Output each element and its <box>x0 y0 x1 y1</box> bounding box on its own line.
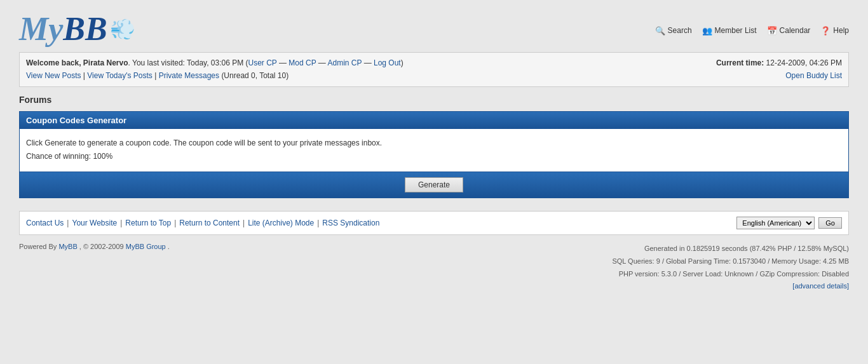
coupon-line2: Chance of winning: 100% <box>26 150 842 164</box>
help-link[interactable]: ❓ Help <box>820 25 849 36</box>
search-icon: 🔍 <box>655 25 665 36</box>
calendar-icon: 📅 <box>767 25 777 36</box>
open-buddy-list-link[interactable]: Open Buddy List <box>785 71 842 80</box>
logo-icon: 💨 <box>110 17 135 41</box>
lite-mode-link[interactable]: Lite (Archive) Mode <box>248 219 314 227</box>
coupon-line1: Click Generate to generate a coupon code… <box>26 137 842 151</box>
server-info: Generated in 0.1825919 seconds (87.42% P… <box>612 243 849 293</box>
logo-bb-text: BB <box>63 13 107 46</box>
search-link[interactable]: 🔍 Search <box>655 25 692 36</box>
sep2: — <box>316 58 327 67</box>
sep-pipe4: | <box>120 219 122 227</box>
sep-pipe3: | <box>67 219 69 227</box>
current-time-value: 12-24-2009, 04:26 PM <box>766 58 842 67</box>
memberlist-icon: 👥 <box>702 25 712 36</box>
copy-text: , © 2002-2009 <box>79 243 124 250</box>
sep-pipe7: | <box>317 219 319 227</box>
advanced-details-link[interactable]: [advanced details] <box>792 282 849 290</box>
logo: MyBB💨 <box>19 13 135 46</box>
view-new-posts-link[interactable]: View New Posts <box>26 71 81 80</box>
sep-pipe6: | <box>243 219 245 227</box>
return-to-top-link[interactable]: Return to Top <box>125 219 171 227</box>
sep-pipe5: | <box>174 219 176 227</box>
powered-by-text: Powered By <box>19 243 57 250</box>
return-to-content-link[interactable]: Return to Content <box>179 219 240 227</box>
view-todays-posts-link[interactable]: View Today's Posts <box>87 71 153 80</box>
rss-link[interactable]: RSS Syndication <box>322 219 379 227</box>
pm-info: (Unread 0, Total 10) <box>221 71 288 80</box>
memberlist-link[interactable]: 👥 Member List <box>702 25 757 36</box>
sep1: — <box>277 58 289 67</box>
search-label: Search <box>668 26 692 35</box>
coupon-box: Coupon Codes Generator Click Generate to… <box>19 111 849 198</box>
go-button[interactable]: Go <box>818 217 842 229</box>
mybb-link[interactable]: MyBB <box>58 243 77 250</box>
footer-nav: Contact Us | Your Website | Return to To… <box>26 219 379 227</box>
help-icon: ❓ <box>820 25 831 36</box>
text-end: ) <box>401 58 403 67</box>
footer-links: Contact Us | Your Website | Return to To… <box>19 211 849 235</box>
sep3: — <box>362 58 374 67</box>
welcome-text-after: . You last visited: Today, 03:06 PM ( <box>128 58 248 67</box>
memberlist-label: Member List <box>715 26 757 35</box>
contact-us-link[interactable]: Contact Us <box>26 219 64 227</box>
server-line2: SQL Queries: 9 / Global Parsing Time: 0.… <box>612 255 849 268</box>
help-label: Help <box>833 26 849 35</box>
bottom-info: Powered By MyBB , © 2002-2009 MyBB Group… <box>19 243 849 293</box>
generate-button[interactable]: Generate <box>405 177 463 192</box>
your-website-link[interactable]: Your Website <box>72 219 117 227</box>
logout-link[interactable]: Log Out <box>374 58 401 67</box>
calendar-link[interactable]: 📅 Calendar <box>767 25 811 36</box>
header: MyBB💨 🔍 Search 👥 Member List 📅 Calendar … <box>19 13 849 52</box>
coupon-title: Coupon Codes Generator <box>20 112 848 129</box>
welcome-right: Current time: 12-24-2009, 04:26 PM Open … <box>716 57 842 83</box>
private-messages-link[interactable]: Private Messages <box>159 71 219 80</box>
forums-heading: Forums <box>19 95 849 105</box>
lang-selector: English (American) Go <box>736 217 842 229</box>
powered-by: Powered By MyBB , © 2002-2009 MyBB Group… <box>19 243 170 250</box>
nav-links: 🔍 Search 👥 Member List 📅 Calendar ❓ Help <box>655 13 849 36</box>
welcome-left: Welcome back, Pirata Nervo. You last vis… <box>26 57 403 83</box>
current-time-label: Current time: <box>716 58 764 67</box>
coupon-footer: Generate <box>20 172 848 198</box>
username: Welcome back, Pirata Nervo <box>26 58 128 67</box>
period: . <box>168 243 170 250</box>
logo-my-text: My <box>19 13 63 46</box>
server-line1: Generated in 0.1825919 seconds (87.42% P… <box>612 243 849 255</box>
user-cp-link[interactable]: User CP <box>248 58 277 67</box>
calendar-label: Calendar <box>780 26 811 35</box>
server-line3: PHP version: 5.3.0 / Server Load: Unknow… <box>612 268 849 281</box>
mybb-group-link[interactable]: MyBB Group <box>126 243 166 250</box>
language-select[interactable]: English (American) <box>736 217 815 229</box>
coupon-body: Click Generate to generate a coupon code… <box>20 129 848 172</box>
welcome-bar: Welcome back, Pirata Nervo. You last vis… <box>19 52 849 87</box>
admin-cp-link[interactable]: Admin CP <box>327 58 362 67</box>
mod-cp-link[interactable]: Mod CP <box>288 58 316 67</box>
